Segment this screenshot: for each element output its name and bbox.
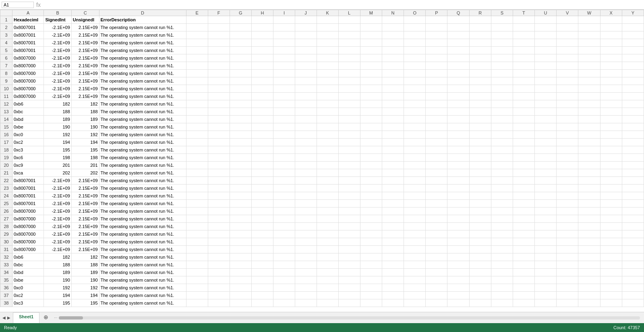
cell[interactable] — [534, 223, 556, 230]
cell[interactable] — [404, 77, 426, 85]
cell[interactable] — [273, 284, 295, 292]
cell[interactable] — [534, 292, 556, 299]
cell[interactable] — [317, 77, 338, 85]
cell[interactable] — [230, 131, 251, 139]
cell[interactable] — [317, 169, 338, 177]
cell[interactable] — [600, 108, 622, 116]
cell[interactable] — [578, 85, 600, 93]
cell[interactable] — [578, 100, 600, 108]
cell[interactable] — [491, 215, 513, 223]
col-header-T[interactable]: T — [513, 10, 534, 16]
cell-a[interactable]: 0x8007000 — [12, 208, 44, 215]
cell[interactable] — [622, 261, 644, 269]
cell[interactable] — [557, 269, 578, 276]
cell[interactable] — [230, 208, 251, 215]
cell[interactable] — [578, 261, 600, 269]
cell[interactable] — [513, 284, 534, 292]
cell[interactable] — [382, 146, 404, 154]
cell[interactable] — [600, 177, 622, 185]
cell[interactable] — [230, 284, 251, 292]
cell[interactable] — [404, 39, 426, 47]
cell[interactable] — [251, 284, 273, 292]
cell-b[interactable]: 188 — [44, 108, 71, 116]
cell[interactable] — [338, 238, 360, 246]
cell[interactable] — [230, 162, 251, 169]
col-header-B[interactable]: B — [44, 10, 71, 16]
cell[interactable] — [513, 16, 534, 24]
cell[interactable] — [469, 215, 491, 223]
cell[interactable] — [382, 16, 404, 24]
cell[interactable] — [534, 162, 556, 169]
cell[interactable] — [513, 276, 534, 284]
grid-scroll[interactable]: A B C D E F G H I J K L M N O — [0, 10, 644, 312]
cell[interactable] — [317, 131, 338, 139]
cell-b[interactable]: 182 — [44, 253, 71, 261]
cell[interactable] — [600, 215, 622, 223]
cell[interactable] — [513, 54, 534, 62]
col-header-D[interactable]: D — [99, 10, 186, 16]
cell[interactable] — [426, 284, 447, 292]
cell[interactable] — [426, 54, 447, 62]
cell[interactable] — [491, 292, 513, 299]
cell[interactable] — [491, 54, 513, 62]
cell[interactable] — [557, 192, 578, 200]
cell-c[interactable]: 2.15E+09 — [71, 54, 99, 62]
cell[interactable] — [360, 253, 382, 261]
cell-c[interactable]: 2.15E+09 — [71, 215, 99, 223]
cell[interactable] — [534, 39, 556, 47]
cell[interactable] — [622, 169, 644, 177]
cell[interactable] — [578, 47, 600, 54]
cell[interactable] — [295, 169, 317, 177]
cell[interactable] — [600, 31, 622, 39]
col-header-W[interactable]: W — [578, 10, 600, 16]
cell[interactable] — [295, 215, 317, 223]
cell-d[interactable]: The operating system cannot run %1. — [99, 261, 186, 269]
cell[interactable] — [186, 77, 208, 85]
cell[interactable] — [251, 162, 273, 169]
cell[interactable] — [404, 24, 426, 31]
cell[interactable] — [447, 192, 469, 200]
cell[interactable] — [186, 162, 208, 169]
cell[interactable] — [447, 139, 469, 146]
cell[interactable] — [557, 77, 578, 85]
cell[interactable] — [338, 253, 360, 261]
cell[interactable] — [273, 154, 295, 162]
cell-a[interactable]: 0x8007000 — [12, 215, 44, 223]
cell[interactable] — [491, 200, 513, 208]
cell[interactable] — [208, 54, 230, 62]
cell[interactable] — [208, 62, 230, 70]
cell[interactable] — [600, 276, 622, 284]
cell-b[interactable]: -2.1E+09 — [44, 238, 71, 246]
cell[interactable] — [208, 108, 230, 116]
cell[interactable] — [426, 230, 447, 238]
cell[interactable] — [534, 177, 556, 185]
cell[interactable] — [622, 192, 644, 200]
cell[interactable] — [230, 261, 251, 269]
cell[interactable] — [273, 70, 295, 77]
cell-a[interactable]: 0x8007001 — [12, 31, 44, 39]
cell[interactable] — [230, 24, 251, 31]
cell[interactable] — [295, 192, 317, 200]
cell[interactable] — [360, 108, 382, 116]
cell[interactable] — [230, 54, 251, 62]
cell[interactable] — [578, 39, 600, 47]
cell[interactable] — [447, 70, 469, 77]
col-header-S[interactable]: S — [491, 10, 513, 16]
cell[interactable] — [469, 47, 491, 54]
cell[interactable] — [382, 24, 404, 31]
cell[interactable] — [534, 299, 556, 307]
col-header-N[interactable]: N — [382, 10, 404, 16]
cell[interactable] — [600, 200, 622, 208]
cell[interactable] — [317, 208, 338, 215]
cell[interactable] — [251, 77, 273, 85]
cell[interactable] — [186, 47, 208, 54]
cell[interactable] — [469, 108, 491, 116]
cell[interactable] — [317, 246, 338, 253]
cell[interactable] — [251, 230, 273, 238]
col-header-R[interactable]: R — [469, 10, 491, 16]
cell-d[interactable]: The operating system cannot run %1. — [99, 93, 186, 100]
cell[interactable] — [534, 16, 556, 24]
cell-a[interactable]: 0xbc — [12, 261, 44, 269]
cell[interactable] — [404, 31, 426, 39]
cell[interactable] — [295, 246, 317, 253]
